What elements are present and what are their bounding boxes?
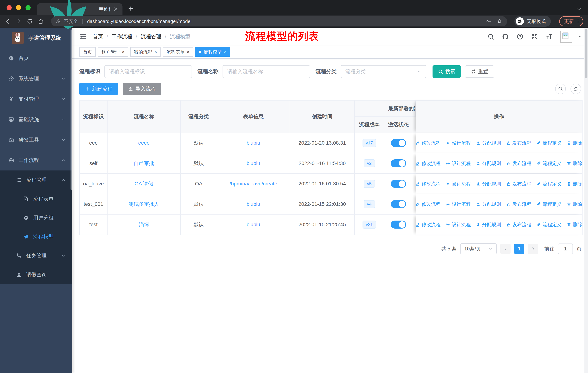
form-info-link[interactable]: biubiu xyxy=(247,140,260,146)
action-definition-link[interactable]: 流程定义 xyxy=(536,160,562,167)
maximize-window-button[interactable] xyxy=(26,5,31,10)
version-badge[interactable]: v5 xyxy=(364,180,375,188)
home-button[interactable] xyxy=(38,18,44,24)
action-delete-link[interactable]: 删除 xyxy=(567,201,582,207)
action-publish-link[interactable]: 发布流程 xyxy=(506,181,531,187)
goto-page-input[interactable] xyxy=(558,243,573,254)
tag-close-icon[interactable]: × xyxy=(224,50,227,54)
action-publish-link[interactable]: 发布流程 xyxy=(506,201,531,207)
active-toggle[interactable] xyxy=(391,180,406,188)
active-toggle[interactable] xyxy=(391,139,406,147)
version-badge[interactable]: v2 xyxy=(364,159,375,167)
action-design-link[interactable]: 设计流程 xyxy=(446,160,471,167)
sidebar-item-首页[interactable]: 首页 xyxy=(0,48,72,69)
bookmark-star-icon[interactable] xyxy=(497,19,502,24)
avatar-caret-icon[interactable] xyxy=(578,34,582,39)
prev-page-button[interactable] xyxy=(500,244,511,254)
process-category-select[interactable]: 流程分类 xyxy=(341,65,426,78)
process-name-link[interactable]: eeee xyxy=(138,140,149,146)
tag-close-icon[interactable]: × xyxy=(187,50,189,54)
password-key-icon[interactable] xyxy=(486,19,491,24)
back-button[interactable] xyxy=(5,18,11,24)
home-button[interactable] xyxy=(38,18,44,24)
active-toggle[interactable] xyxy=(391,221,406,229)
not-secure-icon[interactable] xyxy=(56,19,61,24)
action-publish-link[interactable]: 发布流程 xyxy=(506,222,531,228)
fullscreen-icon[interactable] xyxy=(531,33,538,40)
header-search-icon[interactable] xyxy=(487,33,494,40)
page-size-select[interactable]: 10条/页 xyxy=(460,243,497,254)
active-toggle[interactable] xyxy=(391,159,406,167)
update-browser-button[interactable]: 更新 xyxy=(559,16,583,26)
browser-tab[interactable]: 芋道管理系统 xyxy=(37,3,123,15)
process-name-link[interactable]: 自己审批 xyxy=(134,160,154,167)
action-definition-link[interactable]: 流程定义 xyxy=(536,140,562,146)
form-info-link[interactable]: /bpm/oa/leave/create xyxy=(230,181,277,187)
sidebar-item-工作流程[interactable]: 工作流程 xyxy=(0,150,72,171)
action-assign-link[interactable]: 分配规则 xyxy=(476,222,501,228)
address-input[interactable]: 不安全 dashboard.yudao.iocoder.cn/bpm/manag… xyxy=(51,16,507,26)
action-assign-link[interactable]: 分配规则 xyxy=(476,201,501,207)
sidebar-item-系统管理[interactable]: 系统管理 xyxy=(0,69,72,89)
action-edit-link[interactable]: 修改流程 xyxy=(416,201,441,207)
search-button[interactable]: 搜索 xyxy=(432,65,461,78)
avatar-caret-icon[interactable] xyxy=(578,34,582,39)
breadcrumb-item-工作流程[interactable]: 工作流程 xyxy=(112,33,132,40)
tag-首页[interactable]: 首页 xyxy=(79,47,96,57)
not-secure-icon[interactable] xyxy=(56,19,61,24)
action-publish-link[interactable]: 发布流程 xyxy=(506,160,531,167)
process-name-input[interactable]: 请输入流程名称 xyxy=(222,65,310,78)
sidebar-item-支付管理[interactable]: 支付管理 xyxy=(0,89,72,109)
refresh-table-button[interactable] xyxy=(570,84,581,94)
version-badge[interactable]: v17 xyxy=(363,139,376,147)
action-assign-link[interactable]: 分配规则 xyxy=(476,140,501,146)
bookmark-star-icon[interactable] xyxy=(497,19,502,24)
tab-search-icon[interactable] xyxy=(576,6,582,12)
current-page-button[interactable]: 1 xyxy=(514,244,524,254)
action-design-link[interactable]: 设计流程 xyxy=(446,181,471,187)
tab-close-icon[interactable] xyxy=(113,6,118,12)
action-edit-link[interactable]: 修改流程 xyxy=(416,140,441,146)
action-design-link[interactable]: 设计流程 xyxy=(446,140,471,146)
forward-button[interactable] xyxy=(16,18,22,24)
tag-我的流程[interactable]: 我的流程× xyxy=(130,47,161,57)
action-delete-link[interactable]: 删除 xyxy=(567,181,582,187)
password-key-icon[interactable] xyxy=(486,19,491,24)
window-controls[interactable] xyxy=(7,5,31,10)
github-icon[interactable] xyxy=(502,33,509,40)
reload-button[interactable] xyxy=(27,18,33,24)
action-edit-link[interactable]: 修改流程 xyxy=(416,160,441,167)
minimize-window-button[interactable] xyxy=(16,5,21,10)
tag-close-icon[interactable]: × xyxy=(122,50,125,54)
font-size-icon[interactable] xyxy=(546,33,553,40)
action-assign-link[interactable]: 分配规则 xyxy=(476,181,501,187)
sidebar-item-流程管理[interactable]: 流程管理 xyxy=(0,171,72,189)
toggle-search-button[interactable] xyxy=(555,84,566,94)
process-name-link[interactable]: OA 请假 xyxy=(135,180,153,187)
next-page-button[interactable] xyxy=(528,244,538,254)
sidebar-item-基础设施[interactable]: 基础设施 xyxy=(0,109,72,130)
action-design-link[interactable]: 设计流程 xyxy=(446,222,471,228)
action-definition-link[interactable]: 流程定义 xyxy=(536,222,562,228)
new-tab-button[interactable] xyxy=(128,5,134,12)
github-icon[interactable] xyxy=(502,33,509,40)
action-definition-link[interactable]: 流程定义 xyxy=(536,181,562,187)
version-badge[interactable]: v21 xyxy=(363,221,376,229)
sidebar-item-流程模型[interactable]: 流程模型 xyxy=(0,227,72,246)
reload-button[interactable] xyxy=(27,18,33,24)
help-icon[interactable] xyxy=(516,33,524,40)
scrollbar-thumb[interactable] xyxy=(585,29,588,78)
action-delete-link[interactable]: 删除 xyxy=(567,160,582,167)
browser-menu-icon[interactable] xyxy=(575,19,580,24)
tab-search-icon[interactable] xyxy=(576,6,582,12)
url-text[interactable]: dashboard.yudao.iocoder.cn/bpm/manager/m… xyxy=(87,19,481,24)
action-edit-link[interactable]: 修改流程 xyxy=(416,181,441,187)
tag-流程表单[interactable]: 流程表单× xyxy=(163,47,193,57)
new-tab-button[interactable] xyxy=(128,5,134,12)
reset-button[interactable]: 重置 xyxy=(465,65,494,78)
tag-租户管理[interactable]: 租户管理× xyxy=(98,47,128,57)
fullscreen-icon[interactable] xyxy=(531,33,538,40)
sidebar-item-任务管理[interactable]: 任务管理 xyxy=(0,246,72,265)
active-toggle[interactable] xyxy=(391,200,406,208)
back-button[interactable] xyxy=(5,18,11,24)
